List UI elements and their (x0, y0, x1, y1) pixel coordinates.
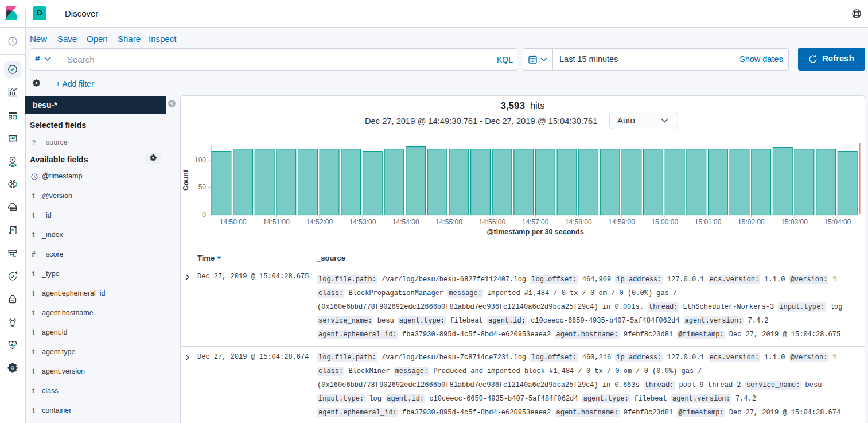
svg-text:14:55:00: 14:55:00 (435, 218, 462, 226)
svg-text:15:03:00: 15:03:00 (781, 218, 808, 226)
svg-text:14:57:00: 14:57:00 (522, 218, 549, 226)
svg-text:15:04:00: 15:04:00 (824, 218, 851, 226)
svg-text:0: 0 (202, 211, 206, 219)
svg-text:100: 100 (194, 156, 206, 164)
svg-text:14:53:00: 14:53:00 (349, 218, 376, 226)
svg-text:@timestamp per 30 seconds: @timestamp per 30 seconds (486, 228, 583, 236)
svg-text:14:58:00: 14:58:00 (565, 218, 592, 226)
svg-text:15:00:00: 15:00:00 (651, 218, 678, 226)
svg-text:50: 50 (198, 183, 207, 191)
svg-text:14:56:00: 14:56:00 (478, 218, 505, 226)
svg-text:Count: Count (182, 169, 190, 191)
svg-text:14:50:00: 14:50:00 (220, 218, 247, 226)
svg-text:14:59:00: 14:59:00 (608, 218, 635, 226)
svg-text:14:51:00: 14:51:00 (263, 218, 290, 226)
svg-text:14:52:00: 14:52:00 (306, 218, 333, 226)
svg-text:15:02:00: 15:02:00 (738, 218, 765, 226)
svg-text:15:01:00: 15:01:00 (695, 218, 722, 226)
svg-text:14:54:00: 14:54:00 (392, 218, 419, 226)
